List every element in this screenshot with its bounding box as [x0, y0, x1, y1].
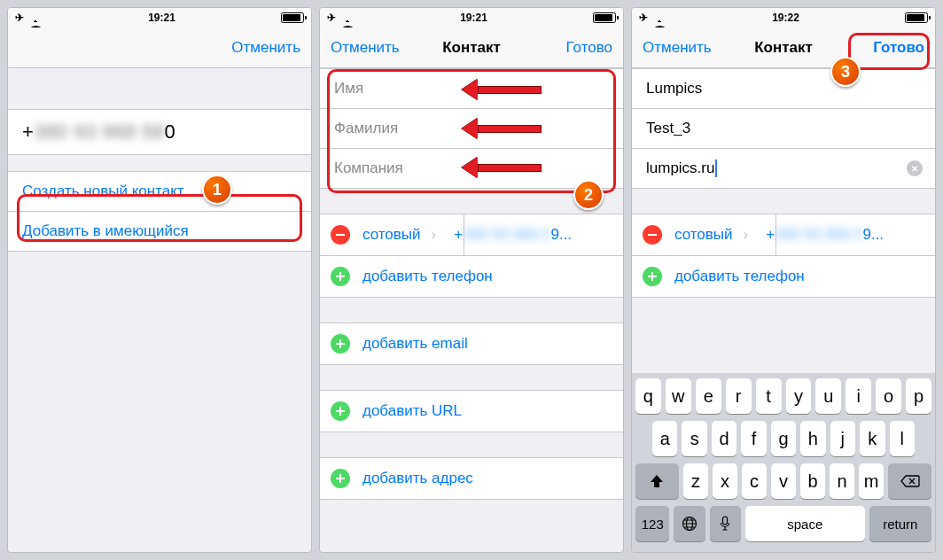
mic-key[interactable] — [710, 506, 741, 541]
globe-key[interactable] — [674, 506, 705, 541]
key-w[interactable]: w — [666, 378, 691, 414]
phone-type-label[interactable]: сотовый — [362, 226, 421, 244]
key-u[interactable]: u — [815, 378, 841, 414]
add-icon[interactable] — [643, 267, 662, 286]
key-i[interactable]: i — [846, 378, 871, 414]
screen-2: 19:21 Отменить Контакт Готово Имя Фамили… — [319, 7, 624, 553]
nav-bar: Отменить Контакт Готово — [632, 27, 935, 68]
firstname-field[interactable]: Lumpics — [632, 68, 935, 109]
add-icon[interactable] — [331, 469, 350, 488]
status-time: 19:21 — [460, 12, 487, 24]
battery-icon — [593, 12, 616, 23]
text-cursor — [715, 159, 717, 177]
battery-icon — [905, 12, 928, 23]
clear-icon[interactable] — [907, 160, 923, 176]
add-phone-row[interactable]: добавить телефон — [632, 256, 935, 298]
arrow-icon — [462, 82, 542, 97]
keyboard: qwertyuiop asdfghjkl zxcvbnm 123 space r… — [632, 373, 935, 552]
add-icon[interactable] — [331, 267, 350, 286]
key-a[interactable]: a — [652, 421, 677, 456]
key-j[interactable]: j — [830, 421, 855, 456]
cancel-button[interactable]: Отменить — [331, 39, 401, 57]
key-p[interactable]: p — [906, 378, 931, 414]
status-bar: 19:22 — [632, 8, 935, 27]
keyboard-row-3: zxcvbnm — [635, 463, 931, 499]
arrow-icon — [462, 159, 542, 175]
nav-bar: Отменить — [8, 27, 311, 68]
arrow-icon — [462, 121, 542, 136]
wifi-icon — [29, 12, 43, 23]
key-q[interactable]: q — [635, 378, 661, 414]
key-r[interactable]: r — [726, 378, 752, 414]
nav-bar: Отменить Контакт Готово — [320, 27, 623, 68]
keyboard-row-4: 123 space return — [635, 506, 931, 541]
keyboard-row-1: qwertyuiop — [635, 378, 931, 414]
key-k[interactable]: k — [860, 421, 885, 456]
battery-icon — [281, 12, 304, 23]
add-to-existing-button[interactable]: Добавить в имеющийся — [8, 212, 311, 252]
key-g[interactable]: g — [771, 421, 796, 456]
cancel-button[interactable]: Отменить — [230, 39, 300, 57]
status-bar: 19:21 — [8, 8, 311, 27]
status-time: 19:21 — [148, 12, 175, 24]
wifi-icon — [341, 12, 355, 23]
done-button[interactable]: Готово — [853, 39, 924, 57]
status-bar: 19:21 — [320, 8, 623, 27]
key-v[interactable]: v — [771, 463, 796, 499]
chevron-right-icon: › — [733, 226, 760, 244]
space-key[interactable]: space — [745, 506, 865, 541]
return-key[interactable]: return — [869, 506, 931, 541]
lastname-field[interactable]: Test_3 — [632, 109, 935, 149]
create-new-contact-button[interactable]: Создать новый контакт — [8, 171, 311, 212]
numbers-key[interactable]: 123 — [635, 506, 669, 541]
keyboard-row-2: asdfghjkl — [635, 421, 931, 456]
key-c[interactable]: c — [742, 463, 767, 499]
mobile-row[interactable]: сотовый › +380 93 968 59... — [632, 214, 935, 256]
callout-badge-3: 3 — [830, 57, 861, 87]
done-button[interactable]: Готово — [542, 39, 612, 57]
key-n[interactable]: n — [830, 463, 854, 499]
add-icon[interactable] — [331, 401, 350, 421]
add-phone-row[interactable]: добавить телефон — [320, 256, 623, 298]
key-d[interactable]: d — [712, 421, 736, 456]
key-t[interactable]: t — [756, 378, 782, 414]
screen-3: 19:22 Отменить Контакт Готово Lumpics Te… — [631, 7, 936, 553]
chevron-right-icon: › — [421, 226, 448, 244]
remove-icon[interactable] — [331, 225, 350, 245]
svg-rect-2 — [723, 517, 728, 525]
wifi-icon — [653, 12, 666, 23]
mobile-row[interactable]: сотовый › +380 93 968 59... — [320, 214, 623, 256]
screen-1: 19:21 Отменить +380 93 968 580 Создать н… — [7, 7, 312, 553]
airplane-icon — [639, 12, 648, 24]
key-o[interactable]: o — [876, 378, 901, 414]
key-m[interactable]: m — [859, 463, 884, 499]
key-b[interactable]: b — [800, 463, 825, 499]
add-url-row[interactable]: добавить URL — [320, 390, 623, 432]
key-s[interactable]: s — [682, 421, 706, 456]
key-h[interactable]: h — [800, 421, 825, 456]
callout-badge-2: 2 — [573, 180, 604, 210]
company-field[interactable]: lumpics.ru — [632, 149, 935, 189]
shift-key[interactable] — [635, 463, 679, 499]
add-icon[interactable] — [331, 334, 350, 354]
backspace-key[interactable] — [888, 463, 931, 499]
key-l[interactable]: l — [890, 421, 915, 456]
phone-number-row: +380 93 968 580 — [8, 109, 311, 155]
key-e[interactable]: e — [696, 378, 721, 414]
key-f[interactable]: f — [741, 421, 766, 456]
key-x[interactable]: x — [713, 463, 737, 499]
airplane-icon — [327, 12, 336, 24]
phone-type-label[interactable]: сотовый — [674, 226, 733, 244]
key-z[interactable]: z — [683, 463, 708, 499]
airplane-icon — [15, 12, 24, 24]
add-email-row[interactable]: добавить email — [320, 323, 623, 365]
key-y[interactable]: y — [786, 378, 812, 414]
add-address-row[interactable]: добавить адрес — [320, 457, 623, 500]
cancel-button[interactable]: Отменить — [643, 39, 713, 57]
status-time: 19:22 — [772, 12, 799, 24]
callout-badge-1: 1 — [202, 175, 232, 205]
remove-icon[interactable] — [643, 225, 662, 245]
